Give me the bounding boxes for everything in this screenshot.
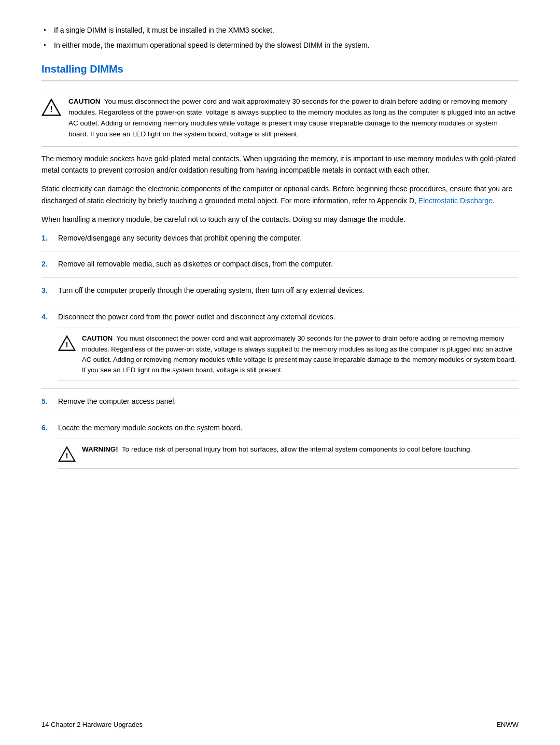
page-footer: 14 Chapter 2 Hardware Upgrades ENWW xyxy=(41,721,519,728)
step-content-4: Disconnect the power cord from the power… xyxy=(58,312,519,381)
body-para-1: The memory module sockets have gold-plat… xyxy=(41,153,519,176)
step-4: 4. Disconnect the power cord from the po… xyxy=(41,312,519,389)
step-text-4: Disconnect the power cord from the power… xyxy=(58,313,335,321)
caution-box-2: ! CAUTION You must disconnect the power … xyxy=(58,328,519,381)
step-text-3: Turn off the computer properly through t… xyxy=(58,286,364,294)
body-para-2: Static electricity can damage the electr… xyxy=(41,183,519,206)
warning-label-1: WARNING! xyxy=(82,445,118,453)
steps-list: 1. Remove/disengage any security devices… xyxy=(41,233,519,476)
step-num-6: 6. xyxy=(41,423,58,434)
step-text-6: Locate the memory module sockets on the … xyxy=(58,424,243,432)
bullet-item-2: In either mode, the maximum operational … xyxy=(41,40,519,51)
caution-body-1: You must disconnect the power cord and w… xyxy=(68,97,515,138)
step-content-1: Remove/disengage any security devices th… xyxy=(58,233,519,244)
caution-icon-1: ! xyxy=(41,97,61,117)
electrostatic-link[interactable]: Electrostatic Discharge xyxy=(418,196,493,205)
svg-text:!: ! xyxy=(65,452,68,460)
step-num-5: 5. xyxy=(41,396,58,407)
step-text-5: Remove the computer access panel. xyxy=(58,397,176,405)
step-num-3: 3. xyxy=(41,285,58,297)
step-content-6: Locate the memory module sockets on the … xyxy=(58,423,519,469)
step-text-1: Remove/disengage any security devices th… xyxy=(58,234,302,242)
step-num-2: 2. xyxy=(41,259,58,270)
step-3: 3. Turn off the computer properly throug… xyxy=(41,285,519,304)
step-num-4: 4. xyxy=(41,312,58,323)
caution-label-2: CAUTION xyxy=(82,334,113,342)
svg-text:!: ! xyxy=(65,341,68,349)
section-header: Installing DIMMs xyxy=(41,63,519,81)
step-content-5: Remove the computer access panel. xyxy=(58,396,519,407)
bullet-item-1: If a single DIMM is installed, it must b… xyxy=(41,25,519,36)
step-text-2: Remove all removable media, such as disk… xyxy=(58,260,333,268)
footer-right: ENWW xyxy=(496,721,519,728)
step-content-2: Remove all removable media, such as disk… xyxy=(58,259,519,270)
caution-body-2: You must disconnect the power cord and w… xyxy=(82,334,516,373)
footer-left: 14 Chapter 2 Hardware Upgrades xyxy=(41,721,143,728)
warning-text-1: WARNING! To reduce risk of personal inju… xyxy=(82,444,472,455)
step-6: 6. Locate the memory module sockets on t… xyxy=(41,423,519,476)
body-para-3: When handling a memory module, be carefu… xyxy=(41,214,519,225)
step-2: 2. Remove all removable media, such as d… xyxy=(41,259,519,278)
step-num-1: 1. xyxy=(41,233,58,244)
step-content-3: Turn off the computer properly through t… xyxy=(58,285,519,297)
caution-box-1: ! CAUTION You must disconnect the power … xyxy=(41,90,519,147)
caution-text-1: CAUTION You must disconnect the power co… xyxy=(68,96,519,140)
step-5: 5. Remove the computer access panel. xyxy=(41,396,519,415)
svg-text:!: ! xyxy=(50,105,53,115)
section-title: Installing DIMMs xyxy=(41,63,519,77)
step-1: 1. Remove/disengage any security devices… xyxy=(41,233,519,252)
warning-body-1: To reduce risk of personal injury from h… xyxy=(122,445,472,453)
caution-icon-2: ! xyxy=(58,334,76,352)
intro-bullets: If a single DIMM is installed, it must b… xyxy=(41,25,519,51)
warning-box-1: ! WARNING! To reduce risk of personal in… xyxy=(58,439,519,469)
para2-post: . xyxy=(493,196,495,205)
warning-icon-1: ! xyxy=(58,445,76,463)
caution-text-2: CAUTION You must disconnect the power co… xyxy=(82,333,519,375)
caution-label-1: CAUTION xyxy=(68,97,101,105)
